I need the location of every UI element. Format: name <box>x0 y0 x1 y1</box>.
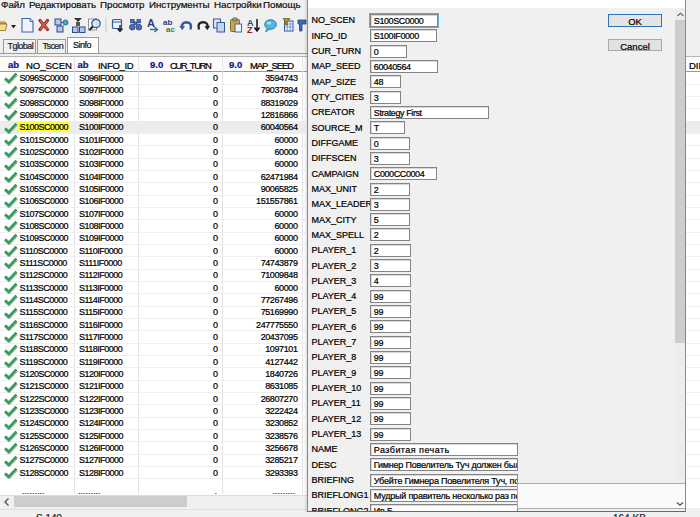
svg-text:Z: Z <box>247 25 253 35</box>
svg-text:ac: ac <box>166 25 175 34</box>
svg-text:A: A <box>147 17 155 29</box>
